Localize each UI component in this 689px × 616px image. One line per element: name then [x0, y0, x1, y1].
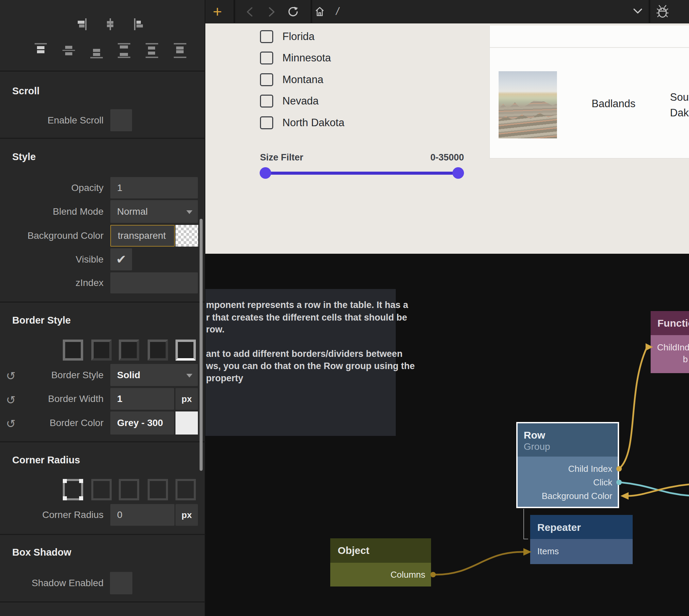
port-b[interactable]: b [683, 353, 688, 365]
shadow-enabled-label: Shadow Enabled [0, 572, 104, 594]
corner-bottom-left-button[interactable] [175, 479, 196, 500]
port-childindex[interactable]: ChildIndex [657, 342, 689, 353]
blend-mode-value: Normal [117, 206, 148, 217]
state-label[interactable]: Florida [282, 29, 315, 44]
border-width-unit[interactable]: px [175, 388, 198, 410]
back-button[interactable] [245, 6, 254, 17]
corner-radius-unit[interactable]: px [175, 504, 198, 526]
tooltip-line: ws, you can do that on the Row group usi… [206, 360, 415, 372]
distribute-center-vertical-icon[interactable] [62, 45, 75, 56]
port-columns[interactable]: Columns [339, 569, 425, 580]
topbar-divider [649, 0, 650, 23]
border-side-all-button[interactable] [63, 340, 83, 361]
background-color-input[interactable]: transparent [110, 225, 175, 247]
border-color-swatch[interactable] [175, 411, 198, 435]
zindex-label: zIndex [0, 272, 104, 293]
background-color-label: Background Color [0, 225, 104, 247]
node-row-group-subtitle: Group [524, 441, 550, 452]
shadow-enabled-checkbox[interactable] [110, 572, 132, 594]
panel-scrollbar[interactable] [200, 219, 203, 471]
port-items[interactable]: Items [537, 545, 559, 557]
size-filter-slider-track[interactable] [265, 172, 459, 175]
home-button[interactable] [315, 6, 324, 17]
opacity-input[interactable]: 1 [110, 177, 198, 198]
space-between-vertical-icon[interactable] [118, 43, 130, 58]
border-side-top-button[interactable] [91, 340, 112, 361]
align-left-edge-icon[interactable] [134, 18, 143, 30]
card-subtitle: South Dakota [670, 90, 689, 121]
border-color-label: Border Color [0, 411, 104, 435]
reload-button[interactable] [287, 6, 298, 18]
border-width-input[interactable]: 1 [110, 388, 174, 410]
port-click[interactable]: Click [524, 477, 612, 488]
section-divider [0, 441, 205, 442]
enable-scroll-label: Enable Scroll [0, 109, 104, 131]
state-checkbox-florida[interactable] [260, 30, 273, 43]
checkmark-icon: ✔ [116, 252, 126, 267]
state-label[interactable]: Montana [282, 72, 323, 87]
size-filter-slider-handle-max[interactable] [452, 167, 464, 179]
debug-bug-button[interactable] [655, 5, 670, 19]
background-color-swatch[interactable] [175, 225, 198, 247]
border-side-bottom-button[interactable] [175, 340, 196, 361]
section-title-border-style: Border Style [12, 315, 71, 326]
port-child-index[interactable]: Child Index [524, 463, 612, 475]
section-divider [0, 71, 205, 72]
align-bottom-icon[interactable] [90, 49, 103, 58]
visible-label: Visible [0, 248, 104, 270]
corner-all-button[interactable] [63, 479, 83, 500]
size-filter-slider-handle-min[interactable] [260, 167, 271, 179]
node-object-title: Object [338, 545, 369, 556]
chevron-down-icon[interactable] [632, 7, 643, 15]
border-style-label: Border Style [0, 364, 104, 386]
border-color-input[interactable]: Grey - 300 [110, 411, 174, 435]
section-title-box-shadow: Box Shadow [12, 547, 71, 558]
corner-top-left-button[interactable] [91, 479, 112, 500]
state-label[interactable]: Minnesota [282, 51, 331, 65]
section-divider [0, 601, 205, 602]
corner-radius-label: Corner Radius [0, 504, 104, 526]
section-title-style: Style [12, 151, 36, 162]
opacity-label: Opacity [0, 177, 104, 198]
blend-mode-select[interactable]: Normal [110, 200, 198, 223]
state-checkbox-montana[interactable] [260, 73, 273, 86]
enable-scroll-checkbox[interactable] [110, 109, 132, 131]
card-divider [489, 47, 689, 48]
badlands-photo [499, 71, 557, 138]
border-side-right-button[interactable] [119, 340, 139, 361]
section-title-corner-radius: Corner Radius [12, 455, 80, 466]
border-style-value: Solid [117, 370, 140, 381]
align-center-horizontal-icon[interactable] [106, 18, 115, 30]
state-label[interactable]: Nevada [282, 94, 319, 109]
breadcrumb-path[interactable]: / [336, 5, 339, 18]
section-title-scroll: Scroll [12, 85, 40, 97]
stretch-vertical-icon[interactable] [174, 43, 186, 58]
tooltip-line: row. [206, 323, 225, 335]
size-filter-label: Size Filter [260, 152, 303, 163]
node-repeater-title: Repeater [537, 522, 581, 533]
chevron-down-icon [186, 374, 192, 378]
state-checkbox-north-dakota[interactable] [260, 116, 273, 129]
state-checkbox-nevada[interactable] [260, 95, 273, 108]
property-inspector: Scroll Enable Scroll Style Opacity 1 Ble… [0, 0, 205, 616]
add-button[interactable]: + [213, 2, 222, 21]
blend-mode-label: Blend Mode [0, 200, 104, 223]
state-label[interactable]: North Dakota [282, 115, 344, 130]
corner-top-right-button[interactable] [119, 479, 139, 500]
distribute-vertical-icon[interactable] [146, 43, 158, 58]
forward-button[interactable] [267, 6, 276, 17]
align-top-icon[interactable] [35, 43, 47, 58]
border-side-left-button[interactable] [148, 340, 168, 361]
zindex-input[interactable] [110, 272, 198, 293]
topbar-divider [234, 0, 235, 23]
state-checkbox-minnesota[interactable] [260, 52, 273, 64]
corner-radius-input[interactable]: 0 [110, 504, 174, 526]
section-divider [0, 302, 205, 303]
corner-bottom-right-button[interactable] [148, 479, 168, 500]
border-style-select[interactable]: Solid [110, 364, 198, 386]
section-divider [0, 138, 205, 139]
card-title: Badlands [592, 98, 635, 110]
align-right-edge-icon[interactable] [78, 18, 87, 30]
visible-checkbox[interactable]: ✔ [110, 248, 132, 270]
port-background-color[interactable]: Background Color [524, 490, 612, 502]
